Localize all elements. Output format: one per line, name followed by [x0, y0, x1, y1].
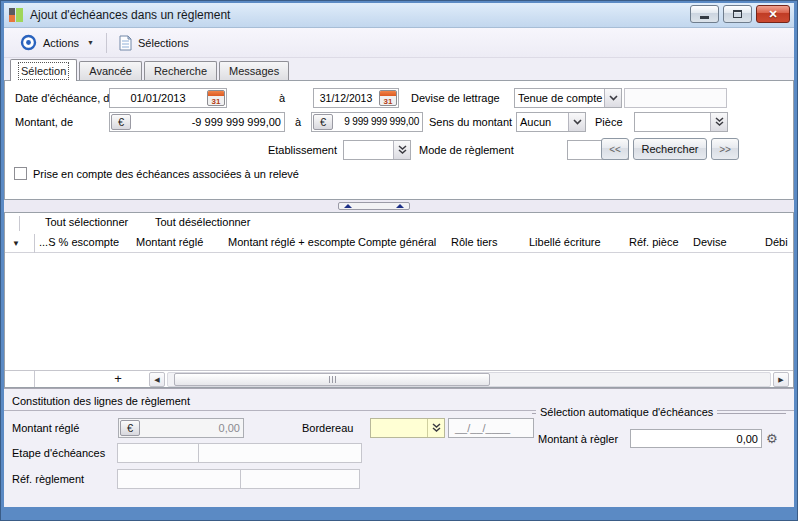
- auto-selection-group-title: Sélection automatique d'échéances: [536, 403, 717, 422]
- column-header[interactable]: Montant réglé + escompte: [228, 236, 356, 248]
- filter-dropdown-icon[interactable]: ▼: [12, 239, 20, 248]
- right-arrow-icon: ▶: [778, 376, 783, 384]
- calendar-icon[interactable]: 31: [207, 90, 225, 106]
- tab-selection[interactable]: Sélection: [10, 59, 77, 81]
- selection-tab-page: Date d'échéance, de 01/01/2013 31 à 31/1…: [4, 80, 794, 200]
- collapse-up-icon: [344, 204, 352, 208]
- column-header[interactable]: Devise: [693, 236, 727, 248]
- echeances-table: Tout sélectionner Tout désélectionner ▼ …: [4, 212, 794, 388]
- column-header[interactable]: Débi: [765, 236, 788, 248]
- double-chevron-down-icon[interactable]: [393, 141, 410, 159]
- h-scrollbar-thumb[interactable]: [174, 373, 490, 386]
- select-all-link[interactable]: Tout sélectionner: [45, 216, 128, 228]
- column-header[interactable]: Montant réglé: [136, 236, 203, 248]
- gear-icon[interactable]: ⚙: [766, 432, 778, 445]
- montant-label: Montant, de: [15, 112, 73, 132]
- close-button[interactable]: ✕: [756, 5, 790, 23]
- group-title: Constitution des lignes de règlement: [12, 391, 190, 411]
- montant-to-input[interactable]: € 9 999 999 999,00: [311, 112, 423, 132]
- table-body[interactable]: [5, 253, 793, 370]
- add-row-button[interactable]: +: [109, 371, 127, 386]
- sens-label: Sens du montant: [429, 112, 512, 132]
- window-title: Ajout d'échéances dans un règlement: [30, 8, 230, 22]
- dialog-window: Ajout d'échéances dans un règlement ✕ Ac…: [0, 0, 798, 521]
- mode-reglement-label: Mode de règlement: [419, 140, 514, 160]
- euro-icon: €: [320, 116, 326, 128]
- montant-from-input[interactable]: € -9 999 999 999,00: [109, 112, 285, 132]
- scroll-right-button[interactable]: ▶: [773, 372, 789, 387]
- maximize-icon: [733, 10, 742, 18]
- etablissement-label: Etablissement: [239, 140, 337, 160]
- bordereau-combobox[interactable]: [370, 418, 445, 438]
- column-header[interactable]: Libellé écriture: [529, 236, 601, 248]
- target-icon: [20, 34, 37, 51]
- table-header-row: ▼ ...S % escompte Montant réglé Montant …: [5, 234, 793, 253]
- euro-button[interactable]: €: [313, 114, 333, 130]
- rechercher-button[interactable]: Rechercher: [633, 138, 707, 160]
- date-to-input[interactable]: 31/12/2013 31: [313, 88, 399, 108]
- devise-combobox[interactable]: Tenue de compte: [514, 88, 622, 108]
- splitter-handle[interactable]: [338, 202, 410, 210]
- maximize-button[interactable]: [723, 5, 752, 23]
- piece-combobox[interactable]: [634, 112, 728, 132]
- prev-button[interactable]: <<: [601, 138, 629, 160]
- ref-reglement-label: Réf. règlement: [12, 469, 84, 489]
- selections-button[interactable]: Sélections: [113, 32, 195, 54]
- tab-messages[interactable]: Messages: [219, 61, 289, 80]
- euro-button[interactable]: €: [111, 114, 131, 130]
- euro-button[interactable]: €: [120, 420, 140, 436]
- collapse-up-icon: [396, 204, 404, 208]
- tab-avancee[interactable]: Avancée: [79, 61, 142, 80]
- column-header[interactable]: Réf. pièce: [629, 236, 679, 248]
- releve-checkbox[interactable]: [14, 167, 27, 180]
- euro-icon: €: [118, 116, 124, 128]
- calendar-icon[interactable]: 31: [379, 90, 397, 106]
- etape-label: Etape d'échéances: [12, 443, 105, 463]
- toolbar-separator: [106, 33, 107, 53]
- euro-icon: €: [127, 422, 133, 434]
- tabstrip: Sélection Avancée Recherche Messages: [4, 58, 794, 80]
- selections-label: Sélections: [138, 37, 189, 49]
- next-button[interactable]: >>: [711, 138, 739, 160]
- minimize-button[interactable]: [690, 5, 719, 23]
- montant-regle-label: Montant réglé: [12, 418, 79, 438]
- date-from-input[interactable]: 01/01/2013 31: [109, 88, 227, 108]
- close-icon: ✕: [768, 9, 777, 20]
- chevron-down-icon[interactable]: [604, 89, 621, 107]
- bordereau-date-field[interactable]: __/__/____: [448, 418, 534, 438]
- actions-label: Actions: [43, 37, 79, 49]
- devise-label: Devise de lettrage: [411, 88, 500, 108]
- table-linkbar: Tout sélectionner Tout désélectionner: [5, 213, 793, 234]
- column-header[interactable]: ...S % escompte: [39, 236, 119, 248]
- splitter: [4, 200, 794, 212]
- app-icon: [9, 8, 23, 22]
- actions-button[interactable]: Actions ▼: [14, 31, 100, 54]
- montant-a-regler-label: Montant à règler: [538, 429, 618, 449]
- dropdown-arrow-icon: ▼: [87, 39, 94, 46]
- date-range-label: Date d'échéance, de: [15, 88, 116, 108]
- deselect-all-link[interactable]: Tout désélectionner: [155, 216, 250, 228]
- minimize-icon: [700, 16, 709, 19]
- sens-combobox[interactable]: Aucun: [516, 112, 586, 132]
- releve-checkbox-label: Prise en compte des échéances associées …: [33, 164, 299, 184]
- to-label: à: [279, 88, 285, 108]
- double-chevron-down-icon[interactable]: [710, 113, 727, 131]
- devise-extra-field: [624, 88, 727, 108]
- double-chevron-down-icon[interactable]: [427, 419, 444, 437]
- column-header[interactable]: Compte général: [358, 236, 436, 248]
- linkbar-grip: [19, 216, 20, 231]
- chevron-down-icon[interactable]: [568, 113, 585, 131]
- scroll-left-button[interactable]: ◀: [149, 372, 165, 387]
- titlebar[interactable]: Ajout d'échéances dans un règlement ✕: [4, 3, 794, 28]
- h-scrollbar-track[interactable]: [167, 372, 771, 387]
- toolbar: Actions ▼ Sélections: [4, 28, 794, 58]
- column-header[interactable]: Rôle tiers: [451, 236, 497, 248]
- constitution-panel: Constitution des lignes de règlement Mon…: [4, 388, 794, 507]
- piece-label: Pièce: [595, 112, 623, 132]
- montant-a-regler-input[interactable]: 0,00: [630, 429, 762, 448]
- tab-recherche[interactable]: Recherche: [144, 61, 217, 80]
- montant-regle-field: € 0,00: [118, 418, 244, 438]
- bordereau-label: Bordereau: [302, 418, 353, 438]
- ref-reglement-field: [117, 469, 360, 489]
- etablissement-combobox[interactable]: [343, 140, 411, 160]
